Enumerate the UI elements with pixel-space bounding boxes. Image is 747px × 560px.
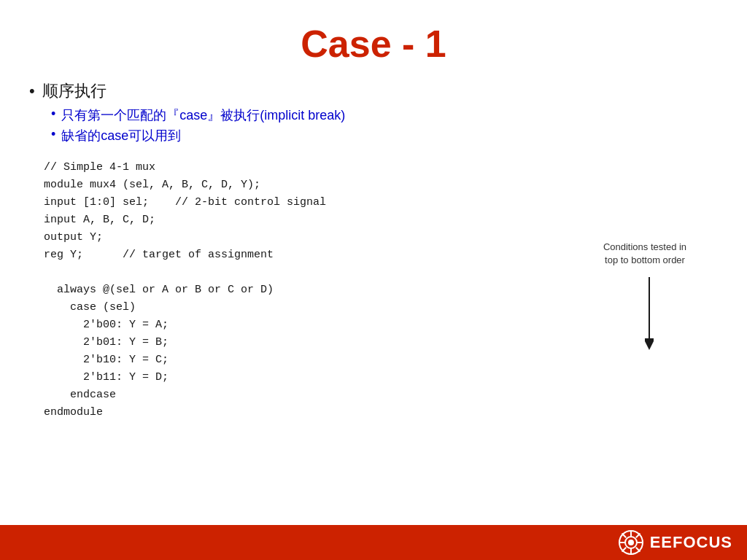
- bullet-sub-2: 缺省的case可以用到: [51, 127, 718, 144]
- code-block: // Simple 4-1 mux module mux4 (sel, A, B…: [44, 159, 718, 421]
- code-area: // Simple 4-1 mux module mux4 (sel, A, B…: [44, 159, 718, 421]
- bullet-main: 顺序执行: [29, 80, 718, 102]
- svg-point-12: [628, 540, 634, 545]
- bullet-main-text: 顺序执行: [42, 80, 107, 102]
- eefocus-logo: EEFOCUS: [618, 529, 732, 556]
- bullet-sub-1: 只有第一个匹配的『case』被执行(implicit break): [51, 106, 718, 124]
- arrow-down-icon: [645, 277, 654, 350]
- slide-container: Case - 1 顺序执行 只有第一个匹配的『case』被执行(implicit…: [0, 0, 747, 560]
- bottom-bar: EEFOCUS: [0, 525, 747, 560]
- bullet-sub-2-text: 缺省的case可以用到: [61, 127, 181, 144]
- bullet-sub-1-text: 只有第一个匹配的『case』被执行(implicit break): [61, 106, 345, 124]
- bullet-section: 顺序执行 只有第一个匹配的『case』被执行(implicit break) 缺…: [29, 80, 718, 144]
- conditions-text: Conditions tested intop to bottom order: [603, 241, 686, 265]
- eefocus-icon: [618, 529, 644, 556]
- eefocus-text: EEFOCUS: [650, 533, 732, 552]
- slide-title: Case - 1: [29, 22, 718, 66]
- conditions-label: Conditions tested intop to bottom order: [587, 241, 703, 267]
